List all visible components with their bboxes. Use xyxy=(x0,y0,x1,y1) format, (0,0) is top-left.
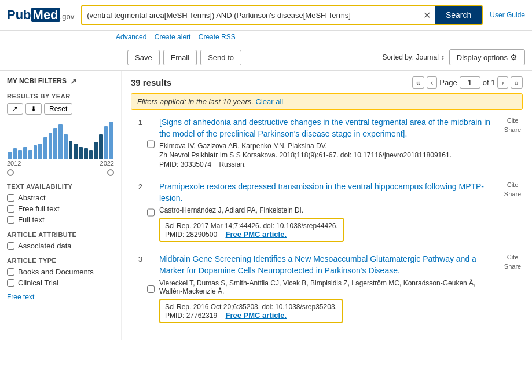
prev-page-button[interactable]: ‹ xyxy=(427,76,437,89)
year-slider-left[interactable] xyxy=(7,169,14,176)
chart-bar-18 xyxy=(99,134,103,159)
article-3-pmc-link[interactable]: Free PMC article. xyxy=(226,311,287,320)
article-3-actions: Cite Share xyxy=(502,254,523,323)
article-item-3: 3 Midbrain Gene Screening Identifies a N… xyxy=(131,254,523,323)
filter-bar: Filters applied: in the last 10 years. C… xyxy=(131,93,523,110)
chart-bar-19 xyxy=(104,126,108,159)
article-1-body: [Signs of anhedonia and destructive chan… xyxy=(159,117,496,170)
chart-bar-15 xyxy=(84,148,88,159)
article-1-title[interactable]: [Signs of anhedonia and destructive chan… xyxy=(159,117,496,140)
clear-filters-link[interactable]: Clear all xyxy=(256,97,284,106)
chart-bar-12 xyxy=(69,141,73,159)
books-documents-checkbox[interactable] xyxy=(7,268,14,276)
clinical-trial-checkbox[interactable] xyxy=(7,279,14,287)
my-ncbi-filters: MY NCBI FILTERS ↗ xyxy=(7,76,114,86)
toolbar: Save Email Send to Sorted by: Journal ↕ … xyxy=(0,45,532,71)
email-button[interactable]: Email xyxy=(163,50,197,65)
article-3-checkbox[interactable] xyxy=(147,255,155,323)
page-number-input[interactable] xyxy=(460,76,480,89)
clinical-trial-filter[interactable]: Clinical Trial xyxy=(7,279,114,287)
associated-data-filter[interactable]: Associated data xyxy=(7,241,114,250)
free-text-link[interactable]: Free text xyxy=(7,293,114,301)
logo-pub: Pub xyxy=(7,8,31,22)
first-page-button[interactable]: « xyxy=(412,76,424,89)
article-2-title[interactable]: Pramipexole restores depressed transmiss… xyxy=(159,181,496,204)
expand-chart-button[interactable]: ↗ xyxy=(7,103,23,115)
article-item-1: 1 [Signs of anhedonia and destructive ch… xyxy=(131,117,523,170)
create-rss-link[interactable]: Create RSS xyxy=(199,33,236,41)
full-text-checkbox[interactable] xyxy=(7,216,14,224)
save-button[interactable]: Save xyxy=(127,50,160,65)
chart-bar-20 xyxy=(109,122,113,159)
user-guide-link[interactable]: User Guide xyxy=(490,11,525,19)
display-options-button[interactable]: Display options ⚙ xyxy=(449,49,525,65)
pagination: « ‹ Page of 1 › » xyxy=(412,76,523,89)
chart-bar-13 xyxy=(74,144,78,159)
free-full-text-checkbox[interactable] xyxy=(7,205,14,213)
article-3-cite-label: Cite xyxy=(507,254,519,261)
article-2-number: 2 xyxy=(131,181,142,242)
article-3-number: 3 xyxy=(131,254,142,323)
abstract-filter[interactable]: Abstract xyxy=(7,193,114,202)
search-input[interactable] xyxy=(82,8,419,23)
page-label: Page xyxy=(439,78,457,87)
logo-gov: .gov xyxy=(60,12,75,21)
of-label: of 1 xyxy=(483,78,496,87)
article-2-checkbox[interactable] xyxy=(147,183,155,242)
year-chart-controls: ↗ ⬇ Reset xyxy=(7,103,114,115)
last-page-button[interactable]: » xyxy=(511,76,523,89)
year-slider-right[interactable] xyxy=(107,169,114,176)
chart-bar-17 xyxy=(94,142,98,159)
sorted-by-label: Sorted by: Journal ↕ xyxy=(382,53,444,61)
article-1-checkbox[interactable] xyxy=(147,119,155,170)
chart-bar-11 xyxy=(64,134,68,159)
article-1-number: 1 xyxy=(131,117,142,170)
sort-icon: ↕ xyxy=(441,53,445,61)
article-1-cite-label: Cite xyxy=(507,117,519,124)
chart-bar-0 xyxy=(8,152,12,159)
chart-bar-9 xyxy=(53,128,57,159)
article-3-pmc-box: Sci Rep. 2016 Oct 20;6:35203. doi: 10.10… xyxy=(159,299,343,323)
year-slider xyxy=(7,169,114,176)
pubmed-logo: PubMed.gov xyxy=(7,8,74,23)
chart-bar-2 xyxy=(18,150,22,159)
abstract-checkbox[interactable] xyxy=(7,194,14,202)
search-button[interactable]: Search xyxy=(435,6,482,24)
header-links: User Guide xyxy=(490,11,525,19)
reset-chart-button[interactable]: Reset xyxy=(44,103,72,115)
chart-bar-1 xyxy=(13,148,17,159)
article-2-meta: Sci Rep. 2017 Mar 14;7:44426. doi: 10.10… xyxy=(165,222,338,230)
chart-bar-3 xyxy=(23,147,27,159)
filter-text: Filters applied: in the last 10 years. xyxy=(137,97,254,106)
article-1-ids: PMID: 30335074 Russian. xyxy=(159,160,496,168)
results-header: 39 results « ‹ Page of 1 › » xyxy=(131,76,523,89)
article-type-title: ARTICLE TYPE xyxy=(7,257,114,264)
send-to-button[interactable]: Send to xyxy=(200,50,241,65)
clear-search-button[interactable]: ✕ xyxy=(419,8,435,23)
full-text-filter[interactable]: Full text xyxy=(7,215,114,224)
create-alert-link[interactable]: Create alert xyxy=(155,33,191,41)
header: PubMed.gov ✕ Search User Guide xyxy=(0,0,532,31)
logo-med: Med xyxy=(31,8,60,22)
chart-bar-4 xyxy=(28,150,32,159)
search-bar: ✕ Search xyxy=(81,5,483,25)
chart-bar-16 xyxy=(89,150,93,159)
associated-data-checkbox[interactable] xyxy=(7,242,14,250)
article-item-2: 2 Pramipexole restores depressed transmi… xyxy=(131,181,523,242)
article-2-pmc-link[interactable]: Free PMC article. xyxy=(226,230,287,239)
download-chart-button[interactable]: ⬇ xyxy=(25,103,42,115)
article-2-cite-label: Cite xyxy=(507,181,519,188)
chart-bar-6 xyxy=(38,144,42,159)
article-3-authors: Viereckel T, Dumas S, Smith-Anttila CJ, … xyxy=(159,279,496,295)
article-3-title[interactable]: Midbrain Gene Screening Identifies a New… xyxy=(159,254,496,276)
books-documents-filter[interactable]: Books and Documents xyxy=(7,268,114,276)
year-chart xyxy=(7,118,114,159)
content-area: 39 results « ‹ Page of 1 › » Filters app… xyxy=(122,71,532,340)
next-page-button[interactable]: › xyxy=(497,76,508,89)
chart-bar-5 xyxy=(34,145,38,159)
article-2-authors: Castro-Hernández J, Adlard PA, Finkelste… xyxy=(159,206,496,214)
free-full-text-filter[interactable]: Free full text xyxy=(7,204,114,213)
advanced-link[interactable]: Advanced xyxy=(116,33,146,41)
text-availability-title: TEXT AVAILABILITY xyxy=(7,183,114,190)
article-2-actions: Cite Share xyxy=(502,181,523,242)
